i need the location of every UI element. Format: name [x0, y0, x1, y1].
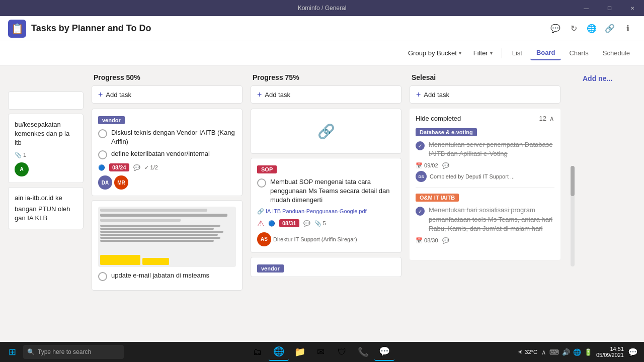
- chat-icon[interactable]: 💬: [547, 21, 564, 37]
- link-icon[interactable]: 🔗: [602, 21, 618, 37]
- maximize-button[interactable]: ☐: [598, 0, 621, 16]
- board-view-button[interactable]: Board: [530, 46, 561, 60]
- add-task-selesai-button[interactable]: + Add task: [410, 85, 560, 104]
- titlebar-title: Kominfo / General: [298, 5, 347, 12]
- avatar-row-partial-1: A: [15, 162, 77, 176]
- task-circle-update[interactable]: [98, 272, 107, 281]
- taskbar-edge[interactable]: 🌐: [269, 343, 289, 361]
- attachment-link[interactable]: 🔗 IA ITB Panduan-Penggunaan-Google.pdf: [257, 208, 395, 215]
- vertical-scrollbar[interactable]: [571, 166, 575, 266]
- taskbar-apps: 🗂 🌐 📁 ✉ 🛡 📞 💬: [125, 343, 517, 361]
- completed-task-row-1: ✓ Menentukan server penempatan Database …: [416, 140, 554, 158]
- plus-icon-selesai: +: [416, 90, 421, 99]
- search-placeholder: Type here to search: [38, 348, 91, 355]
- weather-icon: ☀: [518, 349, 523, 355]
- taskbar-skype[interactable]: 📞: [353, 343, 373, 361]
- info-icon[interactable]: ℹ: [620, 21, 636, 37]
- taskbar-clock[interactable]: 14:51 05/09/2021: [596, 346, 624, 358]
- filter-button[interactable]: Filter ▾: [468, 46, 498, 60]
- completed-circle-1[interactable]: ✓: [416, 141, 425, 150]
- date-badge-0831: 08/31: [279, 219, 299, 227]
- task-card-partial-1[interactable]: bu/kesepakatan kemenkes dan p ia itb 📎 1…: [8, 114, 84, 183]
- oam-tag: O&M IT IAITB: [416, 194, 459, 202]
- completed-by-1: DS Completed by Deputi IT Support ...: [416, 171, 554, 182]
- refresh-icon[interactable]: ↻: [566, 21, 582, 37]
- add-task-progress50-button[interactable]: + Add task: [92, 85, 243, 104]
- task-text-1: Diskusi teknis dengan Vendor IAITB (Kang…: [111, 128, 236, 146]
- column-header-progress75: Progress 75%: [251, 73, 401, 81]
- task-card-sop[interactable]: SOP Membuat SOP mengenai tata cara pengg…: [251, 158, 401, 253]
- task-card-vendor[interactable]: vendor Diskusi teknis dengan Vendor IAIT…: [92, 109, 243, 196]
- toolbar: Group by Bucket ▾ Filter ▾ List Board Ch…: [0, 41, 644, 65]
- avatar-sop-1: AS: [257, 232, 271, 246]
- attachment-icon: 📎 1: [15, 152, 26, 158]
- avatar-vendor-1: DA: [98, 175, 112, 190]
- completed-comment-1: 💬: [442, 162, 449, 169]
- taskbar-file-explorer[interactable]: 📁: [290, 343, 310, 361]
- scrollbar-area: [569, 73, 575, 334]
- date-badge-0824: 08/24: [109, 163, 129, 171]
- completed-header: Hide completed 12 ∧: [416, 115, 554, 122]
- vendor-tag: vendor: [98, 116, 125, 124]
- scrollbar-thumb[interactable]: [571, 166, 575, 196]
- taskbar-sys-icons: ∧ ⌨ 🔊 🌐 🔋: [541, 348, 592, 356]
- completed-circle-2[interactable]: ✓: [416, 207, 425, 216]
- globe-icon[interactable]: 🌐: [584, 21, 600, 37]
- column-progress50: Progress 50% + Add task vendor Diskusi t…: [92, 73, 243, 334]
- hide-completed-label[interactable]: Hide completed: [416, 115, 461, 122]
- taskbar-teams[interactable]: 💬: [374, 343, 394, 361]
- completed-count: 12: [539, 115, 546, 122]
- battery-icon[interactable]: 🔋: [584, 348, 592, 356]
- schedule-view-button[interactable]: Schedule: [597, 46, 636, 60]
- taskbar-right: ☀ 32°C ∧ ⌨ 🔊 🌐 🔋 14:51 05/09/2021 💬: [518, 346, 642, 358]
- titlebar-controls: — ☐ ✕: [575, 0, 644, 16]
- group-by-label: Group by Bucket: [408, 49, 457, 57]
- group-by-bucket-button[interactable]: Group by Bucket ▾: [403, 46, 466, 60]
- completed-avatar-1: DS: [416, 171, 427, 182]
- task-card-image[interactable]: update e-mail jabatan di msteams: [92, 200, 243, 291]
- task-text-2: define keterlibatan vendor/internal: [111, 149, 210, 158]
- completed-text-2: Menentukan hari sosialisasi program pema…: [429, 206, 554, 233]
- toolbar-separator: [502, 48, 502, 58]
- close-button[interactable]: ✕: [621, 0, 644, 16]
- network-icon[interactable]: 🌐: [573, 348, 581, 356]
- taskbar-search[interactable]: 🔍 Type here to search: [23, 345, 124, 359]
- task-card-chain[interactable]: 🔗: [251, 109, 401, 154]
- completed-text-1: Menentukan server penempatan Database IA…: [429, 140, 554, 158]
- task-text-update: update e-mail jabatan di msteams: [111, 271, 209, 280]
- task-card-vendor-bottom[interactable]: vendor: [251, 257, 401, 277]
- list-view-button[interactable]: List: [506, 46, 528, 60]
- sop-tag: SOP: [257, 165, 277, 173]
- header-icons: 💬 ↻ 🌐 🔗 ℹ: [547, 21, 636, 37]
- windows-start-button[interactable]: ⊞: [2, 344, 22, 360]
- completed-section: Hide completed 12 ∧ Database & e-voting …: [410, 109, 560, 260]
- add-task-progress75-button[interactable]: + Add task: [251, 85, 401, 104]
- search-icon: 🔍: [27, 348, 35, 355]
- chevron-sys-icon[interactable]: ∧: [541, 348, 546, 356]
- taskbar-mail[interactable]: ✉: [311, 343, 331, 361]
- column-header-selesai: Selesai: [410, 73, 560, 81]
- column-partial-left: bu/kesepakatan kemenkes dan p ia itb 📎 1…: [8, 73, 84, 334]
- notification-icon[interactable]: 💬: [628, 347, 638, 357]
- charts-view-button[interactable]: Charts: [563, 46, 594, 60]
- taskbar-taskview[interactable]: 🗂: [248, 343, 268, 361]
- sop-clip-count: 📎 5: [314, 220, 326, 227]
- task-circle-2[interactable]: [98, 150, 107, 159]
- completed-date-1: 📅 09/02: [416, 162, 438, 169]
- completed-meta-1: 📅 09/02 💬: [416, 162, 554, 169]
- task-circle-1[interactable]: [98, 129, 107, 138]
- avatar-vendor-2: MR: [114, 175, 128, 190]
- keyboard-icon[interactable]: ⌨: [549, 348, 559, 356]
- task-text-partial-1: bu/kesepakatan kemenkes dan p ia itb: [15, 120, 77, 148]
- add-new-label[interactable]: Add ne...: [583, 74, 612, 82]
- taskbar-security[interactable]: 🛡: [332, 343, 352, 361]
- task-card-partial-2[interactable]: ain ia-itb.or.id ke bangan PTUN oleh gan…: [8, 187, 84, 230]
- chevron-up-icon[interactable]: ∧: [549, 115, 554, 122]
- task-meta-partial-1: 📎 1: [15, 152, 77, 158]
- speaker-icon[interactable]: 🔊: [562, 348, 570, 356]
- titlebar: Kominfo / General — ☐ ✕: [0, 0, 644, 16]
- task-circle-sop[interactable]: [257, 178, 266, 188]
- minimize-button[interactable]: —: [575, 0, 598, 16]
- task-text-partial-2b: bangan PTUN oleh gan IA KLB: [15, 205, 77, 223]
- sop-progress-icon: 🔵: [268, 220, 275, 227]
